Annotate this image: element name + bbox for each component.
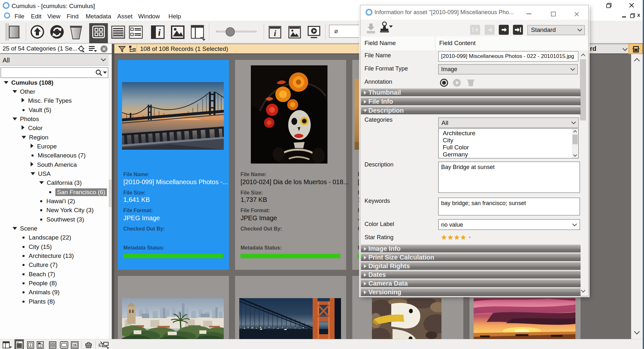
svg-text:i: i (274, 29, 276, 38)
svg-text:i: i (40, 344, 41, 348)
svg-text:15: 15 (73, 344, 77, 347)
svg-text:i: i (158, 27, 161, 38)
